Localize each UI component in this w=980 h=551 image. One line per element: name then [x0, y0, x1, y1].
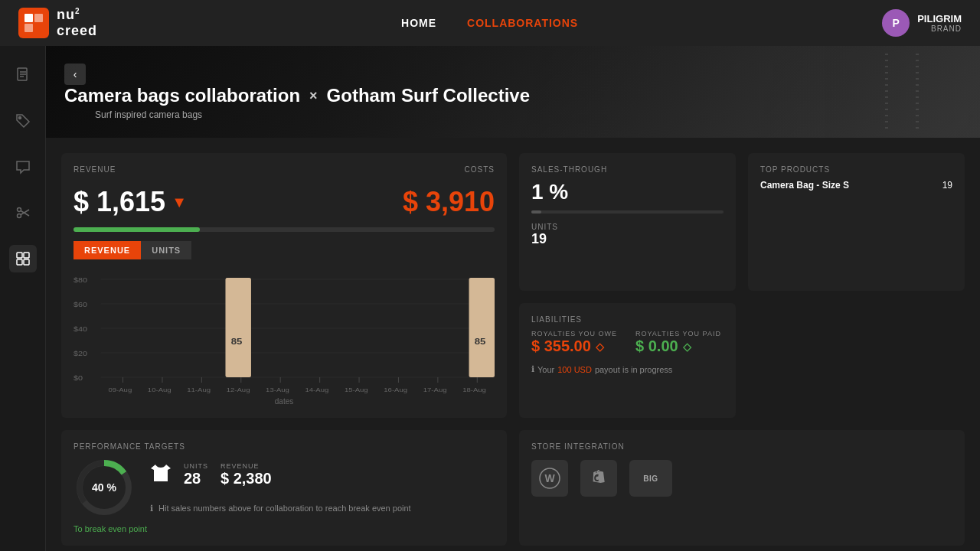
royalties-paid-amount: $ 0.00 ◇: [635, 337, 721, 355]
svg-text:14-Aug: 14-Aug: [305, 386, 329, 393]
svg-text:$40: $40: [74, 325, 87, 333]
svg-text:09-Aug: 09-Aug: [108, 386, 132, 393]
payout-notice: ℹ Your 100 USD payout is in progress: [531, 364, 724, 374]
svg-text:12-Aug: 12-Aug: [227, 386, 250, 393]
dashboard: REVENUE COSTS $ 1,615 ▼ $ 3,910 REVENUE …: [46, 138, 980, 551]
svg-rect-12: [17, 253, 22, 258]
product-name: Camera Bag - Size S: [760, 180, 849, 191]
royalties-owe-amount: $ 355.00 ◇: [531, 337, 617, 355]
paid-check-icon: ◇: [683, 341, 691, 353]
sidebar-icon-chat[interactable]: [9, 153, 37, 181]
performance-card: PERFORMANCE TARGETS 40 %: [61, 430, 507, 546]
hero-title-right: Gotham Surf Collective: [327, 85, 530, 106]
user-section: P PILIGRIM BRAND: [882, 9, 962, 37]
royalties-paid-label: ROYALTIES YOU PAID: [635, 330, 721, 337]
hero-x-symbol: ×: [309, 88, 318, 104]
liabilities-label: LIABILITIES: [531, 315, 724, 324]
svg-rect-0: [24, 14, 33, 22]
content: ‹ Camera bags collaboration × Gotham Sur…: [46, 46, 980, 551]
royalties-paid: ROYALTIES YOU PAID $ 0.00 ◇: [635, 330, 721, 355]
top-products-card: TOP PRODUCTS Camera Bag - Size S 19: [748, 153, 965, 291]
logo-text: nu2creed: [57, 7, 97, 39]
hero-title: Camera bags collaboration × Gotham Surf …: [64, 85, 530, 106]
topnav: nu2creed HOME COLLABORATIONS P PILIGRIM …: [0, 0, 980, 46]
user-avatar: P: [882, 9, 910, 37]
sales-card: SALES-THROUGH 1 % UNITS 19: [519, 153, 736, 291]
product-count: 19: [942, 180, 952, 191]
costs-value: $ 3,910: [403, 186, 495, 218]
sidebar-icon-scissors[interactable]: [9, 199, 37, 227]
revenue-label: REVENUE: [74, 165, 116, 174]
donut-percent: 40 %: [92, 481, 116, 494]
perf-targets-header: UNITS 28 REVENUE $ 2,380: [150, 462, 495, 488]
nav-home[interactable]: HOME: [401, 17, 436, 29]
break-even-label: To break even point: [74, 524, 495, 533]
performance-label: PERFORMANCE TARGETS: [74, 442, 495, 451]
payout-amount: 100 USD: [557, 365, 592, 374]
payout-text: Your: [537, 365, 554, 374]
chart-area: $80 $60 $40 $20 $0 85 85: [74, 272, 495, 394]
svg-rect-13: [24, 253, 29, 258]
svg-point-8: [17, 208, 21, 212]
svg-rect-28: [469, 278, 495, 377]
top-products-label: TOP PRODUCTS: [760, 165, 952, 174]
costs-label: COSTS: [465, 165, 495, 174]
svg-text:W: W: [544, 472, 555, 484]
product-row: Camera Bag - Size S 19: [760, 180, 952, 191]
wordpress-logo[interactable]: W: [531, 460, 568, 497]
units-value: 19: [531, 231, 724, 247]
svg-text:17-Aug: 17-Aug: [423, 386, 447, 393]
royalties-owe-label: ROYALTIES YOU OWE: [531, 330, 617, 337]
perf-note: ℹ Hit sales numbers above for collaborat…: [150, 504, 495, 514]
toggle-revenue-btn[interactable]: REVENUE: [74, 241, 141, 259]
bigcommerce-logo[interactable]: BIG: [629, 460, 672, 497]
progress-bar: [74, 227, 200, 232]
svg-text:13-Aug: 13-Aug: [266, 386, 289, 393]
shopify-logo[interactable]: [580, 460, 617, 497]
svg-point-9: [17, 214, 21, 218]
svg-text:$60: $60: [74, 301, 87, 308]
user-info: PILIGRIM BRAND: [917, 13, 962, 33]
svg-rect-1: [34, 14, 43, 22]
svg-text:18-Aug: 18-Aug: [462, 386, 486, 393]
perf-info-icon: ℹ: [150, 504, 153, 513]
toggle-buttons: REVENUE UNITS: [74, 241, 495, 259]
nav-collaborations[interactable]: COLLABORATIONS: [467, 17, 578, 29]
svg-text:$20: $20: [74, 350, 87, 357]
svg-rect-26: [225, 278, 250, 377]
store-label: STORE INTEGRATION: [531, 442, 952, 451]
sales-percent: 1 %: [531, 180, 724, 204]
svg-text:10-Aug: 10-Aug: [148, 386, 172, 393]
sidebar-icon-document[interactable]: [9, 61, 37, 89]
revenue-card: REVENUE COSTS $ 1,615 ▼ $ 3,910 REVENUE …: [61, 153, 507, 418]
donut-text: 40 %: [74, 457, 135, 518]
svg-text:16-Aug: 16-Aug: [384, 386, 407, 393]
svg-text:15-Aug: 15-Aug: [345, 386, 368, 393]
hero-content: ‹ Camera bags collaboration × Gotham Sur…: [64, 64, 530, 120]
shirt-icon: [150, 462, 172, 488]
liability-row: ROYALTIES YOU OWE $ 355.00 ◇ ROYALTIES Y…: [531, 330, 724, 355]
payout-suffix: payout is in progress: [595, 365, 673, 374]
hero-subtitle: Surf inspired camera bags: [95, 109, 530, 120]
liabilities-card: LIABILITIES ROYALTIES YOU OWE $ 355.00 ◇…: [519, 303, 736, 418]
sales-bar: [531, 210, 724, 214]
units-target-value: 28: [184, 470, 208, 487]
svg-rect-14: [17, 259, 22, 265]
logo-icon: [18, 8, 49, 38]
svg-rect-2: [24, 24, 33, 32]
sidebar-icon-dashboard[interactable]: [9, 245, 37, 272]
royalties-owe: ROYALTIES YOU OWE $ 355.00 ◇: [531, 330, 617, 355]
revenue-arrow-down: ▼: [172, 194, 187, 211]
svg-text:$80: $80: [74, 276, 87, 284]
svg-text:85: 85: [475, 337, 486, 347]
sidebar-icon-tag[interactable]: [9, 107, 37, 135]
main-layout: ‹ Camera bags collaboration × Gotham Sur…: [0, 46, 980, 551]
sales-bar-fill: [531, 210, 541, 214]
logo: nu2creed: [18, 7, 97, 39]
svg-text:11-Aug: 11-Aug: [187, 386, 211, 393]
toggle-units-btn[interactable]: UNITS: [141, 241, 191, 259]
progress-bar-container: [74, 227, 495, 232]
back-button[interactable]: ‹: [64, 64, 86, 85]
hero-title-left: Camera bags collaboration: [64, 85, 300, 106]
perf-revenue: REVENUE $ 2,380: [220, 462, 272, 487]
